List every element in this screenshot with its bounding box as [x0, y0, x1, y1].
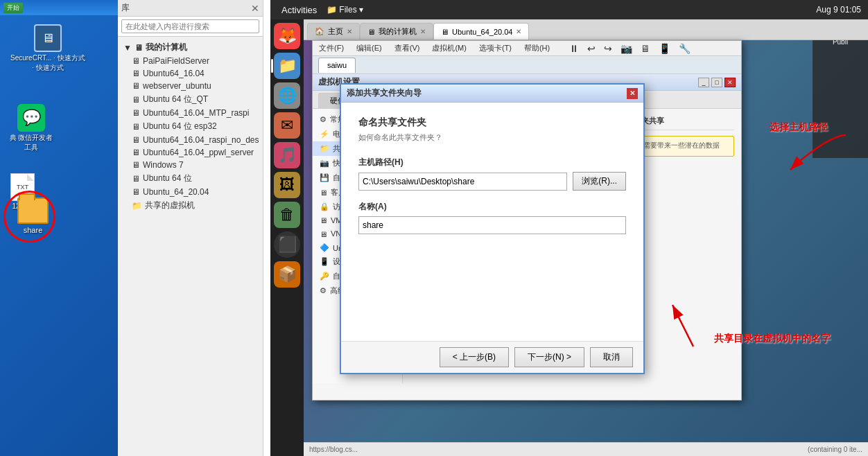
tab-home[interactable]: 🏠 主页 ✕ — [307, 23, 360, 40]
tree-root-label: 我的计算机 — [146, 42, 187, 53]
tab-ubuntu-close[interactable]: ✕ — [516, 28, 521, 35]
explorer-tree: ▼ 🖥 我的计算机 🖥 PaiPaiFieldServer 🖥 Ubuntu64… — [118, 37, 263, 456]
tree-item-label: Ubuntu 64 位_QT — [143, 94, 208, 105]
explorer-title: 库 — [121, 2, 130, 14]
tab-home-icon: 🏠 — [315, 27, 324, 36]
toolbar-icon-3[interactable]: ↪ — [601, 42, 615, 55]
tree-item-win7[interactable]: 🖥 Windows 7 — [118, 159, 263, 171]
share-name-input[interactable] — [358, 216, 626, 234]
menu-file[interactable]: 文件(F) — [316, 42, 347, 55]
dock-firefox[interactable]: 🦊 — [274, 23, 300, 49]
sidebar-autosave-icon: 💾 — [320, 173, 329, 182]
host-path-label: 主机路径(H) — [358, 157, 626, 168]
vmware-menubar: 文件(F) 编辑(E) 查看(V) 虚拟机(M) 选项卡(T) 帮助(H) ⏸ … — [313, 41, 741, 56]
dialog-titlebar-btns: _ □ ✕ — [698, 78, 736, 87]
tab-home-close[interactable]: ✕ — [347, 28, 352, 35]
win-start-button[interactable]: 开始 — [3, 3, 23, 13]
tree-item-icon: 🖥 — [132, 108, 140, 118]
sidebar-general-icon: ⚙ — [320, 115, 327, 124]
share-folder-icon[interactable]: share — [10, 198, 55, 234]
tree-expand-icon: ▼ — [123, 43, 132, 53]
tab-home-label: 主页 — [328, 26, 343, 37]
menu-help[interactable]: 帮助(H) — [521, 42, 553, 55]
toolbar-icon-7[interactable]: 🔧 — [676, 42, 693, 55]
toolbar-icons: ⏸ ↩ ↪ 📷 🖥 📱 🔧 — [566, 42, 693, 55]
explorer-close-btn[interactable]: ✕ — [251, 3, 259, 14]
dock-music[interactable]: 🎵 — [274, 142, 300, 168]
files-menu[interactable]: 📁 Files ▾ — [327, 5, 363, 15]
ubuntu-topbar: Activities 📁 Files ▾ Aug 9 01:05 — [270, 0, 868, 19]
tree-item-icon: 🖥 — [132, 148, 140, 157]
dialog-close-btn[interactable]: ✕ — [724, 78, 736, 87]
toolbar-icon-1[interactable]: ⏸ — [566, 42, 582, 55]
tab-ubuntu-label: Ubuntu_64_20.04 — [452, 28, 512, 36]
tree-item-label: PaiPaiFieldServer — [143, 56, 209, 66]
activities-button[interactable]: Activities — [277, 3, 321, 17]
next-button[interactable]: 下一步(N) > — [514, 347, 584, 367]
tree-computer-icon: 🖥 — [134, 43, 143, 53]
wizard-title: 添加共享文件夹向导 — [347, 87, 422, 99]
folder-label: share — [10, 226, 55, 234]
menu-edit[interactable]: 编辑(E) — [354, 42, 385, 55]
browser-tabbar: 🏠 主页 ✕ 🖥 我的计算机 ✕ 🖥 Ubuntu_64_20.04 ✕ — [304, 19, 868, 40]
tree-item-shared-vms[interactable]: 📁 共享的虚拟机 — [118, 198, 263, 213]
securecrt-icon[interactable]: 🖥 SecureCRT... · 快速方式 · 快速方式 — [10, 24, 85, 73]
wizard-close-button[interactable]: ✕ — [627, 88, 638, 99]
sidebar-snapshot-icon: 📷 — [320, 159, 329, 168]
tab-ubuntu-2004[interactable]: 🖥 Ubuntu_64_20.04 ✕ — [433, 23, 529, 40]
toolbar-icon-6[interactable]: 📱 — [656, 42, 673, 55]
tree-item-ubuntu-esp32[interactable]: 🖥 Ubuntu 64 位 esp32 — [118, 119, 263, 134]
tree-root-my-computer[interactable]: ▼ 🖥 我的计算机 — [118, 40, 263, 55]
securecrt-icon-img: 🖥 — [34, 24, 62, 52]
toolbar-icon-5[interactable]: 🖥 — [638, 42, 653, 55]
tree-item-ubuntu-mtp[interactable]: 🖥 Ubuntu64_16.04_MTP_raspi — [118, 107, 263, 119]
dock-browser[interactable]: 🌐 — [274, 82, 300, 109]
dock-email[interactable]: ✉ — [274, 112, 300, 139]
tree-item-ubuntu2004[interactable]: 🖥 Ubuntu_64_20.04 — [118, 186, 263, 198]
ubuntu-dock: 🦊 📁 🌐 ✉ 🎵 🖼 🗑 ⬛ 📦 — [270, 19, 304, 456]
dock-terminal[interactable]: ⬛ — [274, 231, 300, 258]
item-count: (containing 0 ite... — [808, 446, 862, 453]
securecrt-sublabel: · 快速方式 — [10, 63, 85, 73]
sidebar-advanced-icon: ⚙ — [320, 286, 327, 295]
tree-item-ubuntu-ppwl[interactable]: 🖥 Ubuntu64_16.04_ppwl_server — [118, 146, 263, 159]
explorer-search-input[interactable] — [121, 19, 259, 33]
browse-button[interactable]: 浏览(R)... — [573, 172, 626, 191]
tab-my-computer[interactable]: 🖥 我的计算机 ✕ — [360, 23, 433, 40]
windows-desktop: 开始 🖥 SecureCRT... · 快速方式 · 快速方式 💬 典 微信开发… — [0, 0, 118, 456]
tree-item-ubuntu-qt[interactable]: 🖥 Ubuntu 64 位_QT — [118, 92, 263, 107]
tree-item-webserver[interactable]: 🖥 webserver_ubuntu — [118, 80, 263, 92]
tab-mycomp-icon: 🖥 — [367, 28, 375, 36]
wizard-heading: 命名共享文件夹 — [358, 116, 626, 129]
menu-vm[interactable]: 虚拟机(M) — [429, 42, 469, 55]
dock-trash[interactable]: 🗑 — [274, 202, 300, 228]
dock-files[interactable]: 📁 — [274, 53, 300, 79]
sidebar-vnc-icon: 🖥 — [320, 230, 327, 238]
dialog-minimize-btn[interactable]: _ — [698, 78, 709, 87]
saiwu-tab[interactable]: saiwu — [318, 58, 356, 73]
toolbar-icon-4[interactable]: 📷 — [618, 42, 635, 55]
wizard-dialog: 添加共享文件夹向导 ✕ 命名共享文件夹 如何命名此共享文件夹？ 主机路径(H) … — [340, 83, 645, 374]
sidebar-guest-icon: 🖥 — [320, 188, 327, 197]
wizard-titlebar: 添加共享文件夹向导 ✕ — [341, 85, 643, 103]
tree-item-ubuntu64[interactable]: 🖥 Ubuntu 64 位 — [118, 171, 263, 186]
menu-tabs[interactable]: 选项卡(T) — [476, 42, 514, 55]
dialog-maximize-btn[interactable]: □ — [711, 78, 722, 87]
wizard-subheading: 如何命名此共享文件夹？ — [358, 132, 626, 143]
toolbar-icon-2[interactable]: ↩ — [584, 42, 598, 55]
tree-item-paipai[interactable]: 🖥 PaiPaiFieldServer — [118, 55, 263, 67]
right-side-panel: ures Publi — [813, 19, 868, 158]
host-path-input[interactable] — [358, 173, 567, 191]
host-path-row: 浏览(R)... — [358, 172, 626, 191]
tab-mycomp-close[interactable]: ✕ — [420, 28, 426, 35]
cancel-button[interactable]: 取消 — [590, 347, 633, 367]
menu-view[interactable]: 查看(V) — [392, 42, 423, 55]
tree-item-ubuntu1604[interactable]: 🖥 Ubuntu64_16.04 — [118, 67, 263, 80]
dock-image[interactable]: 🖼 — [274, 172, 300, 198]
back-button[interactable]: < 上一步(B) — [440, 347, 509, 367]
developer-tools-icon[interactable]: 💬 典 微信开发者工具 — [7, 104, 55, 152]
tree-item-ubuntu-raspi[interactable]: 🖥 Ubuntu64_16.04_raspi_no_des — [118, 134, 263, 146]
name-row — [358, 216, 626, 234]
dock-appstore[interactable]: 📦 — [274, 261, 300, 288]
vm-tab-bar: saiwu — [313, 56, 741, 74]
